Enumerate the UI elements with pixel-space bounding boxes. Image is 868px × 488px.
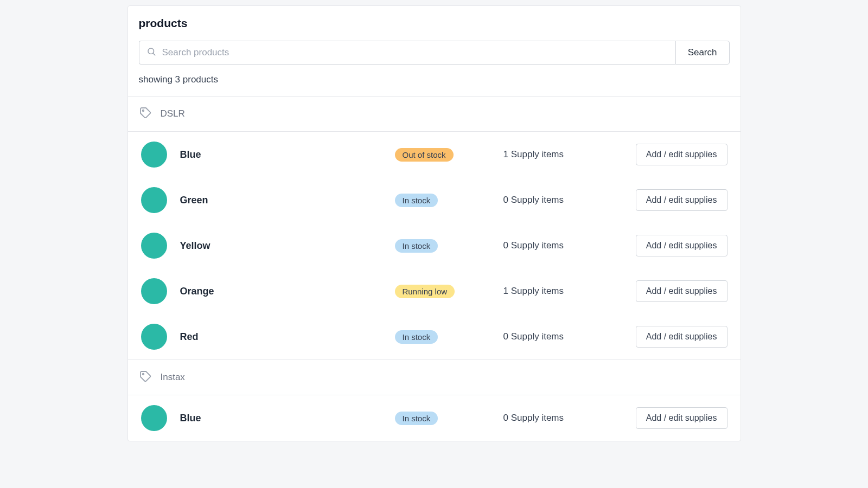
status-badge: In stock: [395, 412, 438, 425]
row-action-cell: Add / edit supplies: [636, 189, 727, 211]
status-cell: In stock: [395, 194, 503, 207]
product-row: RedIn stock0 Supply itemsAdd / edit supp…: [128, 314, 741, 359]
product-swatch: [141, 278, 167, 304]
product-name: Green: [167, 195, 395, 206]
product-swatch: [141, 324, 167, 350]
product-name: Yellow: [167, 240, 395, 252]
group-header: Instax: [128, 359, 741, 395]
status-cell: In stock: [395, 412, 503, 425]
product-row: GreenIn stock0 Supply itemsAdd / edit su…: [128, 177, 741, 223]
search-button[interactable]: Search: [675, 41, 730, 65]
svg-point-3: [142, 374, 144, 375]
product-name: Red: [167, 331, 395, 343]
add-edit-supplies-button[interactable]: Add / edit supplies: [636, 235, 727, 256]
supply-count: 0 Supply items: [503, 240, 636, 251]
group-header: DSLR: [128, 96, 741, 132]
products-card: products Search showing 3 products DSLRB…: [127, 5, 741, 441]
status-badge: Out of stock: [395, 148, 454, 162]
add-edit-supplies-button[interactable]: Add / edit supplies: [636, 144, 727, 165]
product-swatch: [141, 142, 167, 168]
supply-count: 1 Supply items: [503, 286, 636, 297]
row-action-cell: Add / edit supplies: [636, 280, 727, 302]
product-swatch: [141, 405, 167, 431]
results-summary: showing 3 products: [139, 65, 730, 96]
status-cell: In stock: [395, 330, 503, 344]
tag-icon: [139, 370, 152, 385]
group-label: Instax: [161, 372, 185, 383]
product-row: BlueOut of stock1 Supply itemsAdd / edit…: [128, 132, 741, 177]
supply-count: 0 Supply items: [503, 413, 636, 423]
product-row: YellowIn stock0 Supply itemsAdd / edit s…: [128, 223, 741, 268]
group-label: DSLR: [161, 108, 185, 119]
product-groups: DSLRBlueOut of stock1 Supply itemsAdd / …: [128, 96, 741, 441]
status-badge: In stock: [395, 330, 438, 344]
status-badge: Running low: [395, 285, 455, 298]
product-name: Orange: [167, 286, 395, 297]
row-action-cell: Add / edit supplies: [636, 235, 727, 256]
product-swatch: [141, 187, 167, 213]
row-action-cell: Add / edit supplies: [636, 407, 727, 429]
supply-count: 0 Supply items: [503, 331, 636, 342]
page-title: products: [139, 17, 730, 30]
product-name: Blue: [167, 413, 395, 424]
row-action-cell: Add / edit supplies: [636, 144, 727, 165]
search-row: Search: [139, 41, 730, 65]
add-edit-supplies-button[interactable]: Add / edit supplies: [636, 189, 727, 211]
supply-count: 1 Supply items: [503, 149, 636, 160]
add-edit-supplies-button[interactable]: Add / edit supplies: [636, 280, 727, 302]
supply-count: 0 Supply items: [503, 195, 636, 206]
status-cell: Out of stock: [395, 148, 503, 162]
card-header: products Search showing 3 products: [128, 6, 741, 96]
search-icon: [146, 47, 156, 59]
search-input[interactable]: [139, 41, 675, 65]
tag-icon: [139, 106, 152, 121]
status-cell: Running low: [395, 285, 503, 298]
status-cell: In stock: [395, 239, 503, 253]
svg-point-2: [142, 110, 144, 112]
add-edit-supplies-button[interactable]: Add / edit supplies: [636, 407, 727, 429]
product-row: BlueIn stock0 Supply itemsAdd / edit sup…: [128, 395, 741, 441]
svg-line-1: [153, 53, 155, 55]
status-badge: In stock: [395, 239, 438, 253]
product-row: OrangeRunning low1 Supply itemsAdd / edi…: [128, 268, 741, 314]
product-swatch: [141, 233, 167, 259]
search-input-wrap: [139, 41, 675, 65]
status-badge: In stock: [395, 194, 438, 207]
add-edit-supplies-button[interactable]: Add / edit supplies: [636, 326, 727, 348]
product-name: Blue: [167, 149, 395, 160]
row-action-cell: Add / edit supplies: [636, 326, 727, 348]
